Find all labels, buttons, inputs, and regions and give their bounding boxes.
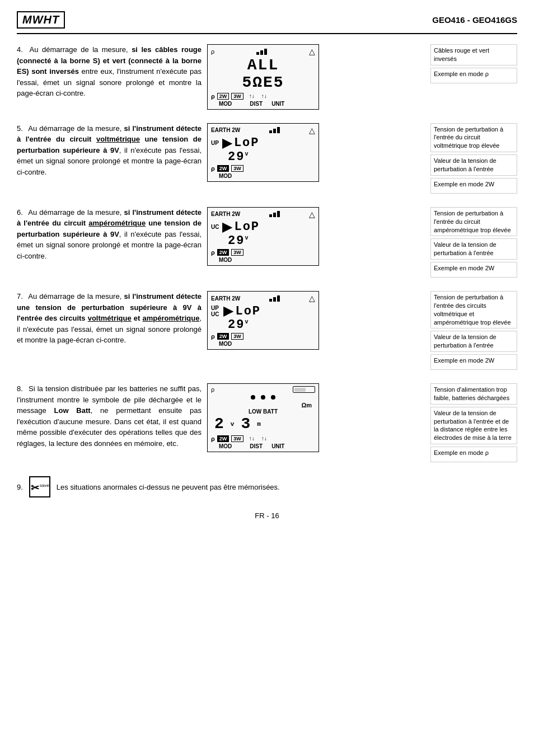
lcd-8-right: 3 xyxy=(241,416,251,433)
lcd-5-val: 29v xyxy=(211,151,315,164)
bar1-6 xyxy=(269,214,272,217)
btn-2w-5: 2W xyxy=(217,165,229,172)
lcd-6-labels: MOD xyxy=(211,257,315,263)
main-content: 4. Au démarrage de la mesure, si les câb… xyxy=(17,44,517,498)
logo-text: MWHT xyxy=(22,13,59,26)
uc-label-6: UC xyxy=(211,224,219,230)
earth2w-5: EARTH 2W xyxy=(211,127,240,133)
lcd-7-buttons: ρ 2W 3W xyxy=(211,333,315,340)
bar3-5 xyxy=(277,127,280,133)
bar3 xyxy=(264,49,267,55)
arr1-8: ↑↓ xyxy=(249,435,255,442)
lcd-6-main: UC ▶ LoP xyxy=(211,220,315,234)
display-7-wrapper: EARTH 2W △ UP UC ▶ xyxy=(207,291,425,350)
note-4-1: Câbles rouge et vert inversés xyxy=(430,44,517,65)
lcd-7-val: 29v xyxy=(211,318,315,332)
lcd-7-lop: LoP xyxy=(235,304,261,318)
item-5-notes: Tension de perturbation à l'entrée du ci… xyxy=(430,123,517,194)
lcd-7-main: UP UC ▶ LoP xyxy=(211,304,315,318)
display-8-wrapper: ρ Ωm LOW BATT 2 xyxy=(207,383,425,452)
note-5-3: Exemple en mode 2W xyxy=(430,178,517,194)
bar2 xyxy=(260,50,263,55)
btn-2w-7: 2W xyxy=(217,333,229,340)
btn-2w-8: 2W xyxy=(217,435,229,442)
dot3 xyxy=(271,395,275,400)
item-9-text: Les situations anormales ci-dessus ne pe… xyxy=(57,483,280,491)
lcd-8-val: 2 v 3 m xyxy=(211,415,315,434)
signal-bars-4 xyxy=(256,49,267,55)
mod-8: MOD xyxy=(219,443,232,449)
bar3-6 xyxy=(277,211,280,217)
item-7: 7. Au démarrage de la mesure, si l'instr… xyxy=(17,291,517,370)
unit-4: UNIT xyxy=(271,101,284,107)
m-label-8: m xyxy=(257,421,262,428)
display-7a: EARTH 2W △ UP UC ▶ xyxy=(207,291,319,350)
page-header: MWHT GEO416 - GEO416GS xyxy=(17,11,517,34)
arrow-5: ▶ xyxy=(222,136,232,151)
earth2w-7: EARTH 2W xyxy=(211,295,240,302)
lcd-6-val: 29v xyxy=(211,234,315,248)
lcd-8-labels: MOD DIST UNIT xyxy=(211,443,315,449)
bar1-7 xyxy=(269,299,272,302)
item-8-displays: ρ Ωm LOW BATT 2 xyxy=(207,383,425,452)
arr1-4: ↑↓ xyxy=(249,93,255,99)
item-8: 8. Si la tension distribuée par les batt… xyxy=(17,383,517,462)
item-9-inner: 9. ✂ save Les situations anormales ci-de… xyxy=(17,476,280,498)
display-5a: EARTH 2W △ UP ▶ LoP 29v xyxy=(207,123,319,182)
note-7-2: Valeur de la tension de perturbation à l… xyxy=(430,331,517,352)
arrow-7: ▶ xyxy=(223,304,233,318)
lcd-8-buttons: ρ 2W 3W ↑↓ ↑↓ xyxy=(211,435,315,442)
note-8-2: Valeur de la tension de perturbation à l… xyxy=(430,407,517,444)
item-6-text: 6. Au démarrage de la mesure, si l'instr… xyxy=(17,207,202,262)
display-4a: ρ △ ALL 5ΩE5 ρ 2W 3W ↑↓ xyxy=(207,44,319,110)
arr2-4: ↑↓ xyxy=(261,93,267,99)
display-4-wrapper: ρ △ ALL 5ΩE5 ρ 2W 3W ↑↓ xyxy=(207,44,425,110)
btn-3w-4: 3W xyxy=(231,93,243,100)
item-6: 6. Au démarrage de la mesure, si l'instr… xyxy=(17,207,517,278)
lcd-5-labels: MOD xyxy=(211,173,315,179)
mod-7: MOD xyxy=(219,341,232,347)
item-4-displays: ρ △ ALL 5ΩE5 ρ 2W 3W ↑↓ xyxy=(207,44,425,110)
bar2-7 xyxy=(273,297,276,302)
note-5-1: Tension de perturbation à l'entrée du ci… xyxy=(430,123,517,153)
bar2-6 xyxy=(273,213,276,217)
item-5-text: 5. Au démarrage de la mesure, si l'instr… xyxy=(17,123,202,178)
lcd-6-buttons: ρ 2W 3W xyxy=(211,249,315,256)
item-9-num: 9. xyxy=(17,483,23,491)
note-8-3: Exemple en mode ρ xyxy=(430,447,517,462)
display-8a: ρ Ωm LOW BATT 2 xyxy=(207,383,319,452)
warn-5: △ xyxy=(309,126,315,135)
dot2 xyxy=(261,395,265,400)
header-title: GEO416 - GEO416GS xyxy=(432,15,517,25)
battery-icon xyxy=(293,386,315,393)
item-4: 4. Au démarrage de la mesure, si les câb… xyxy=(17,44,517,110)
page-number: FR - 16 xyxy=(255,511,279,520)
item-5-displays: EARTH 2W △ UP ▶ LoP 29v xyxy=(207,123,425,182)
note-8-1: Tension d'alimentation trop faible, batt… xyxy=(430,383,517,405)
dist-4: DIST xyxy=(250,101,263,107)
bar2-5 xyxy=(273,129,276,133)
warn-4: △ xyxy=(309,47,315,56)
lcd-7-labels: MOD xyxy=(211,341,315,347)
svg-text:save: save xyxy=(40,483,49,488)
note-7-3: Exemple en mode 2W xyxy=(430,354,517,370)
arr2-8: ↑↓ xyxy=(261,435,267,442)
uc-label-7: UC xyxy=(211,311,219,317)
item-6-notes: Tension de perturbation à l'entrée du ci… xyxy=(430,207,517,278)
display-6a: EARTH 2W △ UC ▶ LoP 29v xyxy=(207,207,319,266)
bar1 xyxy=(256,52,259,55)
note-4-2: Exemple en mode ρ xyxy=(430,68,517,83)
btn-3w-7: 3W xyxy=(231,333,243,340)
dots-8 xyxy=(211,395,315,400)
mod-5: MOD xyxy=(219,173,232,179)
lcd-4-buttons: ρ 2W 3W ↑↓ ↑↓ xyxy=(211,93,315,100)
mod-4: MOD xyxy=(219,101,232,107)
btn-3w-8: 3W xyxy=(231,435,243,442)
display-5-wrapper: EARTH 2W △ UP ▶ LoP 29v xyxy=(207,123,425,182)
signal-bars-6 xyxy=(269,211,280,217)
up-label-7: UP xyxy=(211,305,219,311)
warn-6: △ xyxy=(309,210,315,219)
item-8-text: 8. Si la tension distribuée par les batt… xyxy=(17,383,202,449)
item-6-num: 6. xyxy=(17,208,23,217)
item-5-num: 5. xyxy=(17,124,23,133)
